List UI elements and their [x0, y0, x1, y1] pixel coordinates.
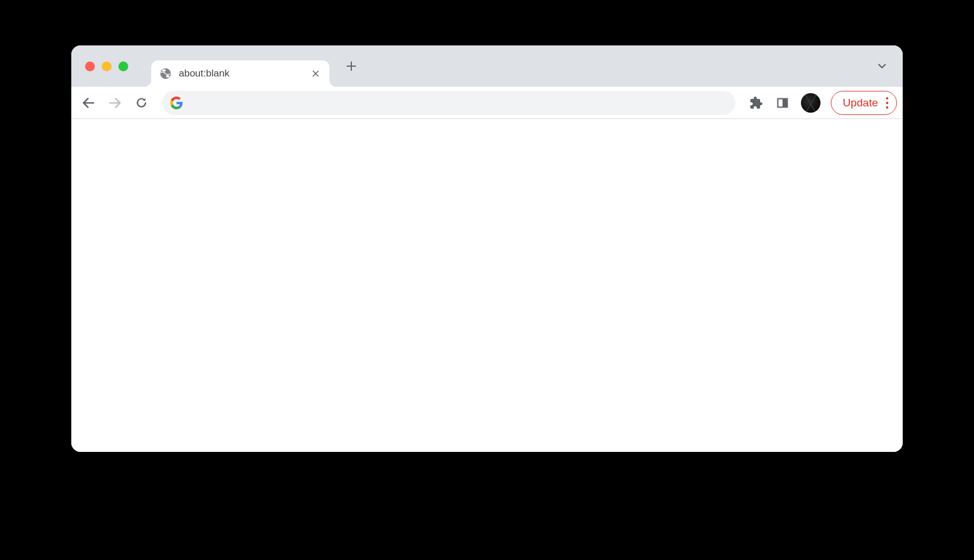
- window-minimize-button[interactable]: [102, 62, 112, 71]
- chevron-down-icon: [876, 60, 888, 72]
- svg-point-1: [162, 69, 166, 71]
- tab-title: about:blank: [179, 68, 310, 79]
- address-bar[interactable]: [162, 91, 735, 115]
- toolbar: Update: [71, 87, 903, 119]
- arrow-right-icon: [108, 95, 122, 110]
- svg-point-2: [166, 75, 170, 77]
- window-maximize-button[interactable]: [118, 62, 128, 71]
- reload-icon: [135, 96, 148, 110]
- page-content: [71, 119, 903, 452]
- google-icon: [170, 97, 183, 109]
- browser-window: about:blank: [71, 45, 903, 452]
- address-input[interactable]: [190, 97, 727, 109]
- panel-icon: [776, 97, 789, 109]
- arrow-left-icon: [81, 95, 96, 110]
- reload-button[interactable]: [130, 91, 153, 114]
- tabs-dropdown-button[interactable]: [872, 56, 892, 76]
- tab-bar: about:blank: [71, 45, 903, 87]
- new-tab-button[interactable]: [341, 56, 362, 76]
- plus-icon: [345, 60, 358, 72]
- tab-close-button[interactable]: [310, 68, 321, 79]
- puzzle-icon: [749, 96, 763, 110]
- update-button-label: Update: [843, 97, 878, 109]
- update-button[interactable]: Update: [831, 91, 897, 115]
- more-vertical-icon: [886, 97, 888, 109]
- forward-button[interactable]: [103, 91, 126, 114]
- window-controls: [71, 62, 128, 71]
- window-close-button[interactable]: [85, 62, 95, 71]
- extensions-button[interactable]: [745, 91, 768, 114]
- profile-avatar[interactable]: [801, 93, 820, 113]
- back-button[interactable]: [77, 91, 100, 114]
- browser-tab[interactable]: about:blank: [151, 60, 329, 87]
- svg-rect-4: [783, 98, 787, 107]
- side-panel-button[interactable]: [771, 91, 794, 114]
- globe-icon: [159, 67, 172, 80]
- close-icon: [310, 68, 321, 79]
